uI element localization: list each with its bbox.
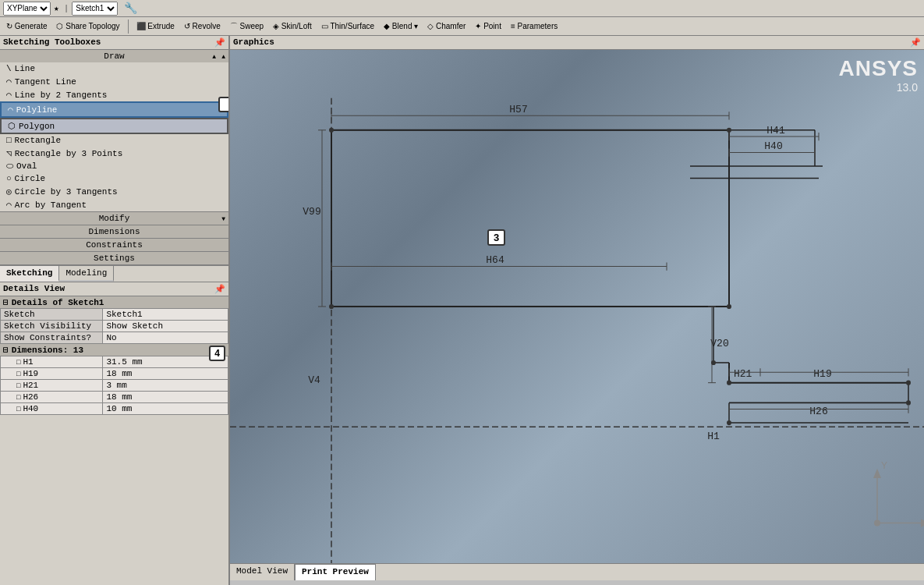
svg-rect-2	[331, 130, 729, 307]
point-btn[interactable]: ✦ Point	[472, 20, 504, 32]
polygon-label: Polygon	[19, 122, 55, 131]
rect-3pts-label: Rectangle by 3 Points	[15, 149, 123, 158]
visibility-value: Show Sketch	[103, 321, 228, 332]
left-panel: Sketching Toolboxes 📌 Draw ▲ ▲ \ Line ⌒ …	[0, 36, 230, 585]
constraints-row: Show Constraints? No	[1, 332, 228, 344]
details-scroll-area[interactable]: ⊟ Details of Sketch1 Sketch Sketch1 Sket…	[0, 296, 228, 415]
h26-value: 18 mm	[103, 392, 228, 403]
sketch-svg: H57 H41 H40 H64 V99	[230, 50, 924, 563]
settings-header[interactable]: Settings	[0, 252, 228, 264]
svg-point-56	[727, 304, 731, 309]
generate-btn[interactable]: ↻ Generate	[3, 20, 50, 32]
line-2tangents-item[interactable]: ⌒ Line by 2 Tangents	[0, 88, 228, 101]
sep1: |	[64, 4, 69, 13]
modeling-tab[interactable]: Modeling	[59, 266, 114, 282]
plane-select[interactable]: XYPlane	[3, 2, 51, 16]
blend-btn[interactable]: ◆ Blend ▾	[381, 20, 421, 32]
h40-row: □H40 10 mm	[1, 403, 228, 415]
dimensions-table: □H1 31.5 mm □H19 18 mm □H21 3 mm □H26 18…	[0, 356, 228, 415]
svg-text:V20: V20	[710, 338, 728, 349]
thin-surface-btn[interactable]: ▭ Thin/Surface	[318, 20, 377, 32]
settings-section: Settings	[0, 252, 228, 265]
circle-label: Circle	[15, 174, 46, 183]
tangent-line-label: Tangent Line	[15, 77, 76, 87]
h19-key: □H19	[1, 368, 103, 380]
polygon-item[interactable]: ⬡ Polygon	[0, 118, 228, 134]
chamfer-btn[interactable]: ◇ Chamfer	[424, 20, 469, 32]
line-label: Line	[15, 64, 35, 73]
sweep-btn[interactable]: ⌒ Sweep	[227, 20, 267, 34]
content-area: Sketching Toolboxes 📌 Draw ▲ ▲ \ Line ⌒ …	[0, 36, 924, 585]
model-view-tab[interactable]: Model View	[230, 564, 295, 580]
tangent-line-item[interactable]: ⌒ Tangent Line	[0, 75, 228, 88]
sketch-select[interactable]: Sketch1	[72, 2, 118, 16]
circle-3tangents-label: Circle by 3 Tangents	[15, 187, 118, 197]
sketch-details-table: Sketch Sketch1 Sketch Visibility Show Sk…	[0, 308, 228, 344]
svg-point-59	[906, 381, 911, 385]
draw-section-header[interactable]: Draw ▲ ▲	[0, 50, 228, 62]
print-preview-tab[interactable]: Print Preview	[295, 564, 376, 580]
sketching-tab[interactable]: Sketching	[0, 266, 59, 282]
sketch-icon: 🔧	[124, 2, 137, 15]
modify-section: Modify ▼	[0, 212, 228, 225]
h1-row: □H1 31.5 mm	[1, 356, 228, 368]
h26-key: □H26	[1, 392, 103, 403]
constraints-header[interactable]: Constraints	[0, 239, 228, 251]
toolboxes-pin-icon: 📌	[214, 37, 225, 48]
revolve-btn[interactable]: ↺ Revolve	[181, 20, 224, 32]
visibility-row: Sketch Visibility Show Sketch	[1, 321, 228, 332]
modify-header[interactable]: Modify ▼	[0, 212, 228, 225]
rectangle-item[interactable]: □ Rectangle	[0, 134, 228, 147]
svg-text:Y: Y	[881, 460, 887, 471]
polyline-item[interactable]: ⌒ Polyline 2	[0, 101, 228, 118]
arc-tangent-item[interactable]: ⌒ Arc by Tangent	[0, 198, 228, 211]
svg-text:H26: H26	[809, 406, 827, 417]
circle-icon: ○	[6, 174, 12, 183]
rect-3pts-item[interactable]: ◹ Rectangle by 3 Points	[0, 147, 228, 160]
svg-point-68	[874, 519, 880, 526]
sketch-row: Sketch Sketch1	[1, 309, 228, 321]
sketch-canvas[interactable]: ANSYS 13.0	[230, 50, 924, 563]
oval-item[interactable]: ⬭ Oval	[0, 160, 228, 172]
sketch1-section-header: ⊟ Details of Sketch1	[0, 296, 228, 308]
toolboxes-header: Sketching Toolboxes 📌	[0, 36, 228, 50]
badge-2: 2	[218, 97, 228, 112]
extrude-btn[interactable]: ⬛ Extrude	[133, 20, 178, 32]
arc-tangent-label: Arc by Tangent	[15, 200, 87, 210]
h21-value: 3 mm	[103, 380, 228, 392]
polyline-label: Polyline	[16, 105, 58, 115]
draw-items-list: \ Line ⌒ Tangent Line ⌒ Line by 2 Tangen…	[0, 62, 228, 211]
h40-key: □H40	[1, 403, 103, 415]
graphics-header: Graphics 📌	[230, 36, 924, 50]
top-bar: XYPlane ★ | Sketch1 🔧	[0, 0, 924, 17]
skin-loft-btn[interactable]: ◈ Skin/Loft	[270, 20, 315, 32]
visibility-key: Sketch Visibility	[1, 321, 103, 332]
line-2tangents-label: Line by 2 Tangents	[15, 90, 108, 100]
circle-item[interactable]: ○ Circle	[0, 172, 228, 185]
dimensions-title: Dimensions: 13	[12, 346, 83, 355]
toolboxes-title: Sketching Toolboxes	[3, 37, 101, 48]
svg-point-57	[711, 360, 716, 365]
rectangle-label: Rectangle	[15, 136, 61, 145]
dim-expand-icon: ⊟	[3, 345, 9, 355]
share-topology-btn[interactable]: ⬡ Share Topology	[53, 20, 122, 32]
line-2tangents-icon: ⌒	[6, 90, 12, 100]
constraints-section: Constraints	[0, 239, 228, 252]
dimensions-header[interactable]: Dimensions	[0, 225, 228, 238]
rect-3pts-icon: ◹	[6, 148, 12, 158]
line-icon: \	[6, 64, 12, 73]
details-pin-icon: 📌	[214, 284, 225, 294]
line-item[interactable]: \ Line	[0, 62, 228, 75]
h21-row: □H21 3 mm	[1, 380, 228, 392]
badge-4: 4	[209, 346, 225, 361]
parameters-btn[interactable]: ≡ Parameters	[508, 20, 561, 32]
modify-arrow-icon: ▼	[221, 215, 225, 222]
scroll-up-arrow[interactable]: ▲	[212, 53, 216, 60]
draw-arrow-icon: ▲	[221, 53, 225, 60]
svg-point-58	[727, 381, 731, 385]
h19-row: □H19 18 mm	[1, 368, 228, 380]
h19-value: 18 mm	[103, 368, 228, 380]
dimensions-section: Dimensions	[0, 225, 228, 239]
svg-point-53	[329, 128, 334, 133]
circle-3tangents-item[interactable]: ◎ Circle by 3 Tangents	[0, 185, 228, 198]
